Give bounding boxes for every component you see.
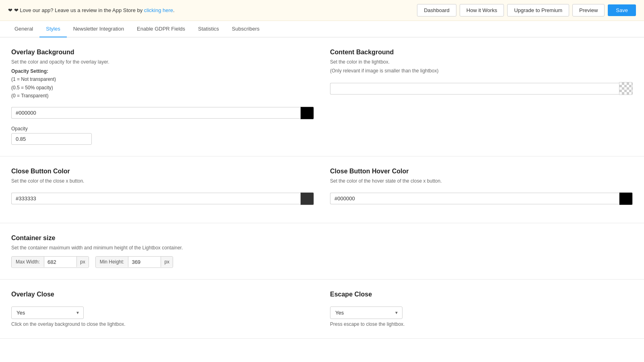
- tab-subscribers[interactable]: Subscribers: [225, 21, 266, 37]
- opacity-setting-label: Opacity Setting:: [11, 68, 48, 74]
- close-hover-color-input[interactable]: [330, 193, 619, 204]
- max-width-input[interactable]: [44, 257, 76, 267]
- overlay-close-title: Overlay Close: [11, 291, 314, 298]
- tab-general[interactable]: General: [8, 21, 39, 37]
- opacity-line-2: (0.5 = 50% opacity): [11, 85, 53, 90]
- max-width-label: Max Width:: [12, 257, 44, 267]
- escape-close-desc: Press escape to close the lightbox.: [330, 321, 633, 327]
- max-width-group: Max Width: px: [11, 256, 89, 268]
- opacity-line-3: (0 = Transparent): [11, 93, 48, 99]
- opacity-input[interactable]: [11, 133, 92, 145]
- banner-heart: ❤: [8, 7, 12, 13]
- preview-button[interactable]: Preview: [572, 4, 605, 16]
- overlay-close-select[interactable]: Yes No: [11, 306, 84, 319]
- content-color-input[interactable]: [330, 83, 619, 95]
- close-button-color-desc: Set the color of the close x button.: [11, 177, 314, 185]
- opacity-line-1: (1 = Not transparent): [11, 76, 56, 82]
- overlay-background-desc: Set the color and opacity for the overla…: [11, 58, 314, 66]
- close-button-color-title: Close Button Color: [11, 168, 314, 175]
- dashboard-button[interactable]: Dashboard: [417, 4, 456, 16]
- min-height-label: Min Height:: [96, 257, 129, 267]
- overlay-background-panel: Overlay Background Set the color and opa…: [11, 49, 314, 145]
- tab-newsletter[interactable]: Newsletter Integration: [67, 21, 130, 37]
- escape-close-panel: Escape Close Yes No ▼ Press escape to cl…: [330, 291, 633, 327]
- close-color-input[interactable]: [11, 193, 300, 204]
- max-width-unit: px: [76, 257, 89, 267]
- overlay-color-input[interactable]: [11, 107, 300, 119]
- section-grid-close-options: Overlay Close Yes No ▼ Click on the over…: [11, 291, 633, 327]
- section-close-options: Overlay Close Yes No ▼ Click on the over…: [0, 280, 644, 339]
- content-color-row: [330, 82, 633, 95]
- content-background-desc2: (Only relevant if image is smaller than …: [330, 67, 633, 74]
- escape-close-select[interactable]: Yes No: [330, 306, 402, 319]
- overlay-close-select-wrapper: Yes No ▼: [11, 306, 84, 319]
- upgrade-button[interactable]: Upgrade to Premium: [507, 4, 569, 16]
- banner-link[interactable]: clicking here: [144, 7, 173, 13]
- top-banner: ❤ ❤ Love our app? Leave us a review in t…: [0, 0, 644, 21]
- overlay-color-row: [11, 107, 314, 119]
- section-container-size: Container size Set the container maximum…: [0, 223, 644, 280]
- header-actions: Dashboard How it Works Upgrade to Premiu…: [417, 4, 636, 16]
- how-it-works-button[interactable]: How it Works: [460, 4, 504, 16]
- close-hover-color-title: Close Button Hover Color: [330, 168, 633, 175]
- tab-gdpr[interactable]: Enable GDPR Fields: [130, 21, 192, 37]
- save-button[interactable]: Save: [608, 4, 636, 16]
- banner-text: ❤ ❤ Love our app? Leave us a review in t…: [8, 7, 175, 13]
- close-button-color-panel: Close Button Color Set the color of the …: [11, 168, 314, 212]
- min-height-input[interactable]: [128, 257, 161, 267]
- overlay-close-panel: Overlay Close Yes No ▼ Click on the over…: [11, 291, 314, 327]
- section-close-buttons: Close Button Color Set the color of the …: [0, 156, 644, 223]
- container-size-row: Max Width: px Min Height: px: [11, 256, 633, 268]
- tab-styles[interactable]: Styles: [39, 21, 66, 37]
- close-hover-color-row: [330, 192, 633, 205]
- overlay-color-swatch[interactable]: [300, 107, 314, 119]
- tab-statistics[interactable]: Statistics: [192, 21, 225, 37]
- overlay-close-desc: Click on the overlay background to close…: [11, 321, 314, 327]
- content-background-desc: Set the color in the lightbox.: [330, 58, 633, 66]
- container-size-desc: Set the container maximum width and mini…: [11, 244, 633, 251]
- content-background-panel: Content Background Set the color in the …: [330, 49, 633, 145]
- escape-close-title: Escape Close: [330, 291, 633, 298]
- escape-close-select-wrapper: Yes No ▼: [330, 306, 402, 319]
- opacity-field-label: Opacity: [11, 126, 314, 132]
- section-grid-background: Overlay Background Set the color and opa…: [11, 49, 633, 145]
- close-hover-color-swatch[interactable]: [619, 192, 633, 205]
- min-height-group: Min Height: px: [95, 256, 173, 268]
- banner-post-text: .: [173, 7, 175, 13]
- close-hover-color-panel: Close Button Hover Color Set the color o…: [330, 168, 633, 212]
- banner-pre-text: ❤ Love our app? Leave us a review in the…: [14, 7, 144, 13]
- opacity-settings: Opacity Setting: (1 = Not transparent) (…: [11, 67, 314, 100]
- close-hover-color-desc: Set the color of the hover state of the …: [330, 177, 633, 185]
- close-color-swatch[interactable]: [300, 192, 314, 205]
- tabs-bar: General Styles Newsletter Integration En…: [0, 21, 644, 37]
- section-background: Overlay Background Set the color and opa…: [0, 37, 644, 156]
- close-color-row: [11, 192, 314, 205]
- overlay-background-title: Overlay Background: [11, 49, 314, 56]
- min-height-unit: px: [161, 257, 173, 267]
- main-content: Overlay Background Set the color and opa…: [0, 37, 644, 339]
- section-grid-close: Close Button Color Set the color of the …: [11, 168, 633, 212]
- content-color-swatch[interactable]: [619, 82, 633, 95]
- content-background-title: Content Background: [330, 49, 633, 56]
- container-size-title: Container size: [11, 234, 633, 242]
